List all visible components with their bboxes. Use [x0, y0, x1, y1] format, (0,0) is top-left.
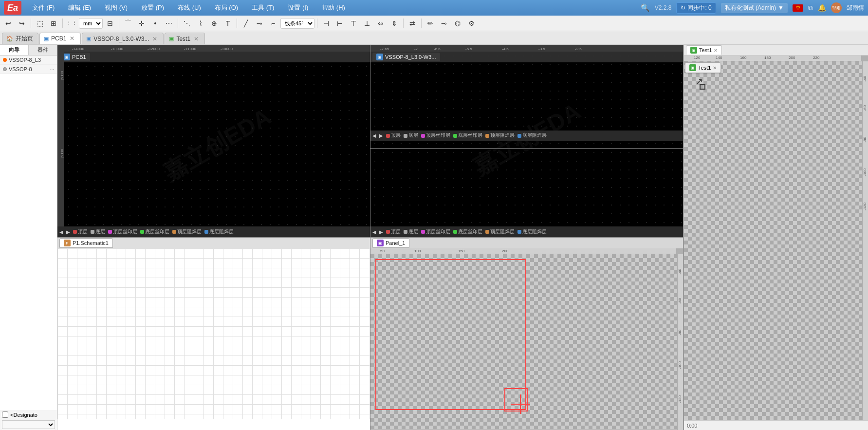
grid-settings[interactable]: ⊟: [104, 17, 116, 30]
angle-select[interactable]: 线条45°: [280, 18, 314, 29]
vssop-pane-tab[interactable]: ▣ VSSOP-8_L3.0-W3...: [372, 53, 440, 61]
window-icon[interactable]: ⧉: [808, 4, 813, 12]
line-tool[interactable]: ╱: [240, 17, 252, 30]
layer-nav-left[interactable]: ◀: [59, 229, 63, 235]
corner-tool[interactable]: ⌐: [267, 17, 279, 30]
pane-schematic[interactable]: P P1.Schematic1: [57, 238, 370, 430]
left-tab-component[interactable]: 器件: [29, 45, 57, 55]
component-tool[interactable]: ⊞: [47, 17, 60, 30]
test1-inner-tab[interactable]: ▣ Test1 ✕: [685, 62, 721, 73]
pane-panel[interactable]: 50 100 150 200 -40 -60 -80 -100 -120: [370, 238, 683, 430]
pin2-tool[interactable]: ⊸: [438, 17, 450, 30]
vssop-top-mask[interactable]: 顶层阻焊层: [485, 132, 515, 139]
pane-pcb[interactable]: -14000 -13000 -12000 -11000 -10000 p000 …: [57, 45, 370, 237]
arc-tool[interactable]: ⌒: [122, 17, 134, 30]
vssop2-bot[interactable]: 底层: [404, 229, 418, 235]
align-right[interactable]: ⊢: [333, 17, 346, 30]
vssop-nav-left2[interactable]: ◀: [372, 229, 376, 235]
flip-h[interactable]: ⇄: [406, 17, 419, 30]
text-tool[interactable]: T: [222, 17, 234, 30]
align-h[interactable]: ⇔: [374, 17, 387, 30]
vssop2-top-silk[interactable]: 顶层丝印层: [421, 229, 450, 235]
net-tool[interactable]: ⌬: [451, 17, 464, 30]
menu-layout[interactable]: 布局 (O): [212, 2, 241, 13]
vssop-bot-silk[interactable]: 底层丝印层: [453, 132, 482, 139]
vssop2-top[interactable]: 顶层: [386, 229, 401, 235]
layer-top[interactable]: 顶层: [73, 229, 88, 235]
sync-button[interactable]: ↻ 同步中: 0: [676, 2, 716, 14]
schematic-pane-tab[interactable]: P P1.Schematic1: [59, 238, 113, 248]
wire-tool[interactable]: ⋱: [181, 17, 193, 30]
junction-tool[interactable]: ⊕: [208, 17, 221, 30]
left-item-vssop-8[interactable]: VSSOP-8 ···: [0, 65, 57, 74]
panel-pane-tab[interactable]: ▣ Panel_1: [372, 238, 409, 248]
vssop-close-btn[interactable]: ✕: [151, 36, 158, 42]
tab-pcb[interactable]: ▣ PCB1 ✕: [39, 33, 81, 44]
vssop-bot-mask[interactable]: 底层阻焊层: [517, 132, 547, 139]
dot-tool[interactable]: •: [149, 17, 162, 30]
test1-inner-close[interactable]: ✕: [713, 65, 717, 71]
align-left[interactable]: ⊣: [320, 17, 332, 30]
vssop2-bot-silk[interactable]: 底层丝印层: [453, 229, 482, 235]
pcb-close-btn[interactable]: ✕: [69, 35, 75, 42]
vssop-top-silk[interactable]: 顶层丝印层: [421, 132, 450, 139]
menu-edit[interactable]: 编辑 (E): [65, 2, 94, 13]
unit-select[interactable]: mm: [79, 18, 103, 29]
designator-check[interactable]: [2, 411, 8, 418]
pane-vssop[interactable]: -7.65 -7 -6.6 -5.5 -4.5 -3.5 -2.5 嘉立创EDA: [370, 45, 683, 237]
vssop-nav-right2[interactable]: ▶: [379, 229, 383, 235]
search-icon[interactable]: 🔍: [641, 3, 650, 12]
tab-home[interactable]: 🏠 开始页: [2, 33, 38, 44]
pencil-tool[interactable]: ✏: [424, 17, 437, 30]
measure-tool[interactable]: ⊸: [253, 17, 266, 30]
align-v[interactable]: ⇕: [388, 17, 401, 30]
avatar[interactable]: 邹雨: [831, 2, 842, 13]
menu-file[interactable]: 文件 (F): [29, 2, 57, 13]
schematic-canvas[interactable]: [57, 248, 370, 419]
layer-top-silk[interactable]: 顶层丝印层: [108, 229, 137, 235]
layer-nav-right[interactable]: ▶: [66, 229, 70, 235]
left-item-vssop-l3[interactable]: VSSOP-8_L3: [0, 56, 57, 65]
undo-button[interactable]: ↩: [2, 17, 15, 30]
test1-canvas[interactable]: ▣ Test1 ✕ ↖: [684, 61, 862, 420]
align-top[interactable]: ⊤: [347, 17, 360, 30]
pane-test1[interactable]: ▣ Test1 ✕ 120 140 160 180 200 220 -40 -6…: [683, 45, 868, 430]
test1-close-btn[interactable]: ✕: [714, 48, 718, 53]
bus-tool[interactable]: ⌇: [194, 17, 207, 30]
menu-place[interactable]: 放置 (P): [138, 2, 167, 13]
test1-close-btn[interactable]: ✕: [193, 36, 200, 42]
menu-view[interactable]: 视图 (V): [102, 2, 130, 13]
settings-btn[interactable]: ⚙: [465, 17, 478, 30]
redo-button[interactable]: ↪: [16, 17, 28, 30]
vssop-top[interactable]: 顶层: [386, 132, 401, 139]
layer-top-mask[interactable]: 顶层阻焊层: [172, 229, 202, 235]
admin-info[interactable]: 私有化测试 (Admin) ▼: [721, 3, 788, 13]
layer-bottom[interactable]: 底层: [91, 229, 105, 235]
vssop-nav-right[interactable]: ▶: [379, 133, 383, 138]
panel-canvas[interactable]: [370, 254, 677, 430]
notification-icon[interactable]: 🔔: [818, 4, 826, 12]
vssop2-top-mask[interactable]: 顶层阻焊层: [485, 229, 515, 235]
tab-vssop[interactable]: ▣ VSSOP-8_L3.0-W3... ✕: [82, 33, 164, 44]
pin-tool[interactable]: ⋯: [163, 17, 175, 30]
grid-tool[interactable]: ⋮⋮: [65, 17, 78, 30]
layer-bot-mask[interactable]: 底层阻焊层: [204, 229, 234, 235]
align-bottom[interactable]: ⊥: [361, 17, 373, 30]
vssop2-bot-mask[interactable]: 底层阻焊层: [517, 229, 547, 235]
test1-top-tab[interactable]: ▣ Test1 ✕: [686, 45, 722, 55]
cursor-tool[interactable]: ✛: [135, 17, 148, 30]
left-tab-wizard[interactable]: 向导: [0, 45, 29, 55]
menu-route[interactable]: 布线 (U): [175, 2, 204, 13]
tab-test1[interactable]: ▣ Test1 ✕: [165, 33, 205, 44]
select-tool[interactable]: ⬚: [34, 17, 46, 30]
menu-help[interactable]: 帮助 (H): [319, 2, 348, 13]
menu-tools[interactable]: 工具 (T): [249, 2, 277, 13]
vssop-nav-left[interactable]: ◀: [372, 133, 376, 138]
menu-settings[interactable]: 设置 (I): [285, 2, 311, 13]
language-flag[interactable]: 中: [793, 4, 803, 12]
component-dropdown[interactable]: [2, 420, 55, 429]
vssop-bot[interactable]: 底层: [404, 132, 418, 139]
pcb-canvas[interactable]: 嘉立创EDA: [64, 62, 370, 226]
vssop-8-more[interactable]: ···: [50, 67, 54, 72]
layer-bot-silk[interactable]: 底层丝印层: [140, 229, 169, 235]
